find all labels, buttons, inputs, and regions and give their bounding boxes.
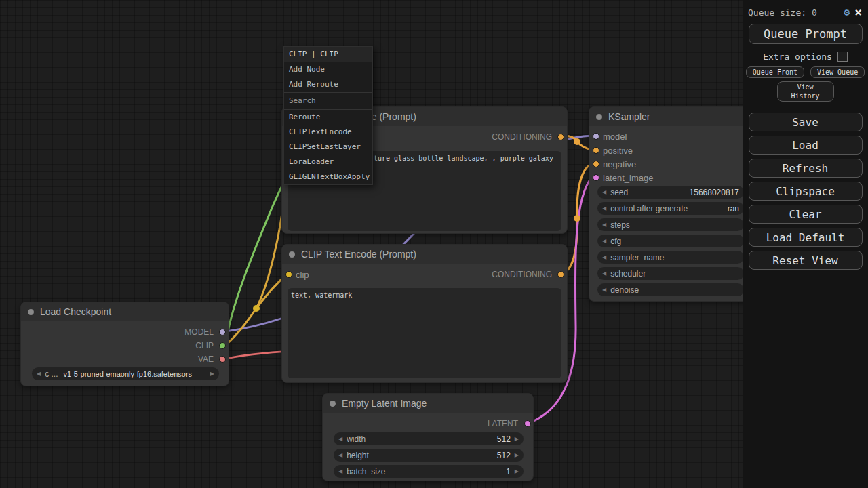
output-socket-vae[interactable] — [219, 356, 226, 363]
input-socket-model[interactable] — [593, 133, 599, 140]
load-button[interactable]: Load — [749, 136, 863, 155]
node-title: KSampler — [608, 111, 650, 122]
scheduler-widget[interactable]: ◀ scheduler — [597, 267, 744, 280]
link-midpoint-dot[interactable] — [574, 215, 580, 222]
widget-label: height — [347, 451, 369, 460]
menu-item-add-node[interactable]: Add Node — [284, 62, 372, 77]
menu-item-cliptextencode[interactable]: CLIPTextEncode — [284, 125, 372, 140]
settings-gear-icon[interactable]: ⚙ — [844, 6, 850, 18]
increment-arrow-icon[interactable]: ▶ — [515, 468, 519, 474]
decrement-arrow-icon[interactable]: ◀ — [338, 452, 342, 458]
decrement-arrow-icon[interactable]: ◀ — [602, 189, 606, 195]
decrement-arrow-icon[interactable]: ◀ — [602, 222, 606, 228]
node-title-bar[interactable]: Load Checkpoint — [21, 302, 229, 321]
output-socket-clip[interactable] — [219, 342, 226, 349]
save-button[interactable]: Save — [749, 113, 863, 131]
output-label-vae: VAE — [198, 354, 214, 364]
batch-size-widget[interactable]: ◀ batch_size 1 ▶ — [334, 465, 524, 478]
input-label-negative: negative — [603, 159, 636, 169]
context-menu-title: CLIP | CLIP — [284, 47, 372, 62]
link-midpoint-dot[interactable] — [574, 138, 580, 145]
collapse-dot-icon[interactable] — [289, 251, 295, 258]
sampler-name-widget[interactable]: ◀ sampler_name — [597, 251, 744, 264]
close-menu-icon[interactable]: × — [854, 7, 862, 17]
output-socket-conditioning[interactable] — [557, 271, 564, 278]
increment-arrow-icon[interactable]: ▶ — [210, 371, 214, 377]
menu-item-reroute[interactable]: Reroute — [284, 110, 372, 125]
prompt-text: text, watermark — [291, 291, 352, 299]
increment-arrow-icon[interactable]: ▶ — [515, 452, 519, 458]
widget-label: c ... — [45, 369, 58, 379]
decrement-arrow-icon[interactable]: ◀ — [37, 371, 41, 377]
clear-button[interactable]: Clear — [749, 205, 863, 224]
menu-item-loraloader[interactable]: LoraLoader — [284, 155, 372, 169]
widget-label: control after generate — [610, 204, 688, 214]
width-widget[interactable]: ◀ width 512 ▶ — [334, 432, 524, 445]
menu-item-gligentextboxapply[interactable]: GLIGENTextBoxApply — [284, 169, 372, 184]
seed-widget[interactable]: ◀ seed 15668020817 — [597, 186, 744, 199]
node-empty-latent-image[interactable]: Empty Latent Image LATENT ◀ width 512 ▶ … — [322, 393, 534, 481]
widget-value: 1 — [506, 467, 511, 476]
graph-canvas[interactable]: CLIP Text Encode (Prompt) CONDITIONING t… — [0, 0, 868, 488]
queue-prompt-button[interactable]: Queue Prompt — [749, 24, 863, 44]
widget-label: denoise — [610, 285, 639, 295]
input-socket-negative[interactable] — [593, 161, 599, 167]
decrement-arrow-icon[interactable]: ◀ — [602, 270, 606, 277]
widget-value: 15668020817 — [690, 188, 739, 197]
input-label-clip: clip — [296, 270, 309, 280]
output-socket-latent[interactable] — [524, 420, 531, 427]
widget-label: width — [347, 434, 366, 444]
collapse-dot-icon[interactable] — [28, 309, 34, 315]
ckpt-name-combo-widget[interactable]: ◀ c ... v1-5-pruned-emaonly-fp16.safeten… — [32, 367, 219, 380]
clipspace-button[interactable]: Clipspace — [749, 182, 863, 201]
node-title-bar[interactable]: Empty Latent Image — [323, 394, 533, 413]
node-clip-text-encode-2[interactable]: CLIP Text Encode (Prompt) clip CONDITION… — [281, 244, 568, 383]
input-label-latent-image: latent_image — [603, 173, 653, 183]
node-title: Empty Latent Image — [342, 398, 427, 409]
steps-widget[interactable]: ◀ steps — [597, 218, 744, 231]
prompt-textarea[interactable]: text, watermark — [288, 288, 561, 378]
widget-label: steps — [610, 220, 630, 230]
comfy-menu-panel: Queue size: 0 ⚙ × Queue Prompt Extra opt… — [743, 0, 868, 488]
output-socket-model[interactable] — [219, 329, 226, 336]
collapse-dot-icon[interactable] — [330, 401, 336, 407]
decrement-arrow-icon[interactable]: ◀ — [602, 287, 606, 293]
menu-search-input[interactable]: Search — [284, 92, 372, 110]
increment-arrow-icon[interactable]: ▶ — [515, 436, 519, 442]
queue-front-button[interactable]: Queue Front — [746, 66, 804, 78]
output-socket-conditioning[interactable] — [557, 134, 564, 140]
view-history-button[interactable]: View History — [777, 81, 834, 102]
main-buttons: Save Load Refresh Clipspace Clear Load D… — [743, 113, 868, 270]
link-midpoint-dot[interactable] — [253, 305, 260, 312]
widget-value: v1-5-pruned-emaonly-fp16.safetensors — [64, 370, 206, 378]
menu-item-clipsetlastlayer[interactable]: CLIPSetLastLayer — [284, 140, 372, 155]
node-load-checkpoint[interactable]: Load Checkpoint MODEL CLIP VAE ◀ c ... v… — [20, 302, 229, 386]
decrement-arrow-icon[interactable]: ◀ — [602, 238, 606, 244]
context-menu: CLIP | CLIP Add Node Add Reroute Search … — [283, 46, 373, 185]
input-socket-latent-image[interactable] — [593, 174, 599, 181]
extra-options-checkbox[interactable] — [837, 52, 848, 62]
refresh-button[interactable]: Refresh — [749, 159, 863, 178]
input-socket-clip[interactable] — [285, 271, 292, 278]
node-title-bar[interactable]: KSampler — [589, 107, 751, 126]
cfg-widget[interactable]: ◀ cfg — [597, 235, 744, 247]
view-queue-button[interactable]: View Queue — [810, 66, 865, 78]
output-label-latent: LATENT — [488, 419, 518, 428]
input-socket-positive[interactable] — [593, 147, 599, 154]
decrement-arrow-icon[interactable]: ◀ — [338, 468, 342, 474]
collapse-dot-icon[interactable] — [596, 114, 602, 120]
load-default-button[interactable]: Load Default — [749, 228, 863, 247]
denoise-widget[interactable]: ◀ denoise — [597, 283, 744, 296]
node-ksampler[interactable]: KSampler model positive negative latent_… — [589, 106, 751, 302]
input-label-model: model — [603, 131, 627, 142]
control-after-generate-widget[interactable]: ◀ control after generate ran — [597, 202, 744, 215]
decrement-arrow-icon[interactable]: ◀ — [602, 205, 606, 211]
node-title-bar[interactable]: CLIP Text Encode (Prompt) — [282, 245, 567, 264]
decrement-arrow-icon[interactable]: ◀ — [338, 436, 342, 442]
reset-view-button[interactable]: Reset View — [749, 251, 863, 270]
output-label-clip: CLIP — [195, 341, 214, 350]
decrement-arrow-icon[interactable]: ◀ — [602, 254, 606, 260]
height-widget[interactable]: ◀ height 512 ▶ — [334, 449, 524, 462]
output-label-model: MODEL — [184, 327, 214, 337]
menu-item-add-reroute[interactable]: Add Reroute — [284, 77, 372, 92]
